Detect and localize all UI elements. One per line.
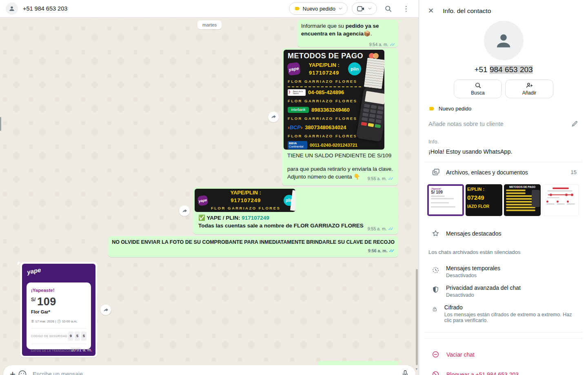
- encryption-row[interactable]: Cifrado Los mensajes están cifrados de e…: [419, 298, 588, 323]
- chat-header-actions: Nuevo pedido ⋮: [289, 2, 413, 15]
- message-time: 9:55 a. m.: [368, 175, 387, 183]
- block-contact-label: Bloquear a +51 984 653 203: [446, 371, 519, 375]
- yape-receipt-image[interactable]: yape ¡Yapeaste! S/ 109 Flor Gar* 🗓 17 ma…: [22, 264, 95, 356]
- order-label-row[interactable]: Nuevo pedido: [419, 98, 588, 112]
- bank-account-number: 0011-0240-0201243721: [310, 141, 357, 149]
- check-emoji: ✅: [198, 215, 205, 221]
- message-text: Informarle que su: [301, 23, 346, 29]
- label-tag-icon: [294, 6, 300, 11]
- payment-methods-image[interactable]: METODOS DE PAGO yape YAPE/PLIN : 9171072…: [284, 50, 384, 150]
- media-files-label: Archivos, enlaces y documentos: [446, 169, 528, 176]
- bank-account-number: 8983363249460: [311, 106, 350, 114]
- yape-plin-label: YAPE/PLIN :: [302, 61, 346, 69]
- add-contact-button[interactable]: Añadir: [505, 79, 553, 98]
- outgoing-image-message[interactable]: METODOS DE PAGO yape YAPE/PLIN : 9171072…: [282, 48, 398, 185]
- media-thumbnail-document[interactable]: [542, 184, 579, 216]
- yape-plin-number: 917107249: [211, 196, 280, 204]
- contact-actions: Busca Añadir: [419, 79, 588, 98]
- plin-app-icon: plin: [348, 62, 361, 75]
- phone-link[interactable]: 917107249: [242, 215, 269, 221]
- message-composer: +: [3, 365, 415, 375]
- contact-avatar-large[interactable]: [484, 21, 524, 60]
- yape-logo: yape: [27, 266, 42, 276]
- mic-icon[interactable]: [402, 370, 409, 375]
- clear-chat-label: Vaciar chat: [446, 351, 475, 358]
- kebab-icon: ⋮: [403, 4, 410, 13]
- contact-avatar-small[interactable]: [6, 2, 18, 15]
- media-files-count: 15: [571, 169, 577, 175]
- chevron-down-icon: [338, 7, 342, 11]
- media-thumbnail-receipt[interactable]: ¡Yapeaste! S/ 109: [427, 184, 464, 216]
- image-caption: TIENE UN SALDO PENDIENTE DE S/109 para q…: [284, 150, 397, 184]
- starred-messages-row[interactable]: Mensajes destacados: [419, 216, 588, 237]
- bank-account-number: 04-085-424896: [308, 88, 344, 96]
- outgoing-message[interactable]: NO OLVIDE ENVIAR LA FOTO DE SU COMPROBAN…: [108, 236, 398, 257]
- media-files-icon: [432, 168, 440, 176]
- banco-nacion-logo: 》Banco de la Nación: [288, 89, 306, 96]
- setting-status: Desactivados: [446, 273, 500, 278]
- forward-button[interactable]: [179, 205, 190, 216]
- block-contact-button[interactable]: Bloquear a +51 984 653 203: [419, 358, 588, 375]
- outgoing-message[interactable]: Informarle que su pedido ya se encuentra…: [297, 20, 398, 47]
- button-label: Busca: [471, 90, 484, 96]
- contact-about: Info. ¡Hola! Estoy usando WhatsApp.: [419, 127, 588, 155]
- chat-header: +51 984 653 203 Nuevo pedido ⋮: [0, 0, 419, 17]
- attach-plus-icon[interactable]: +: [10, 369, 16, 375]
- media-files-row[interactable]: Archivos, enlaces y documentos 15: [419, 162, 588, 176]
- yape-plin-number: 917107249: [302, 69, 346, 77]
- yape-plin-label: YAPE/PLIN :: [211, 189, 280, 196]
- star-icon: [432, 229, 439, 237]
- clear-chat-button[interactable]: Vaciar chat: [419, 339, 588, 358]
- receipt-paper-graphic: [290, 190, 295, 211]
- yape-app-icon: yape: [287, 62, 301, 76]
- search-icon: [475, 82, 481, 89]
- message-time: 9:55 a. m.: [368, 225, 387, 233]
- label-chip-text: Nuevo pedido: [439, 106, 471, 112]
- receipt-amount: 109: [37, 296, 56, 308]
- nuevo-pedido-button[interactable]: Nuevo pedido: [289, 2, 348, 15]
- message-input[interactable]: [33, 371, 399, 375]
- customer-notes-row[interactable]: Añade notas sobre tu cliente: [419, 112, 588, 127]
- message-row: NO OLVIDE ENVIAR LA FOTO DE SU COMPROBAN…: [20, 236, 398, 257]
- archived-note: Los chats archivados están silenciados: [419, 237, 588, 255]
- outgoing-image-message[interactable]: yape YAPE/PLIN : 917107249 FLOR GARRIAZO…: [193, 187, 398, 234]
- emoji-icon[interactable]: [18, 370, 27, 375]
- setting-title: Cifrado: [444, 304, 578, 311]
- person-icon: [8, 5, 16, 12]
- forward-button[interactable]: [268, 112, 279, 122]
- caption-text-bold: YAPE / PLIN:: [205, 215, 242, 221]
- search-in-chat-button[interactable]: Busca: [454, 79, 502, 98]
- scroll-down-arrow-icon[interactable]: ▾: [415, 367, 417, 371]
- media-thumbnail-plin[interactable]: E/PLIN : 07249 IAZO FLOR: [466, 184, 502, 216]
- bbva-logo: BBVAContinental: [288, 141, 307, 149]
- contact-phone[interactable]: +51 984 653 203: [419, 65, 588, 74]
- receipt-currency: S/: [31, 297, 36, 302]
- minus-circle-icon: [432, 351, 439, 358]
- panel-drag-handle[interactable]: [0, 117, 1, 131]
- chat-contact-name[interactable]: +51 984 653 203: [23, 5, 67, 12]
- image-caption: ✅ YAPE / PLIN: 917107249 Todas las cuent…: [195, 212, 397, 233]
- forward-button[interactable]: [100, 304, 111, 315]
- setting-status: Los mensajes están cifrados de extremo a…: [444, 312, 578, 323]
- pencil-icon[interactable]: [571, 120, 578, 127]
- yape-app-icon: yape: [197, 195, 208, 206]
- video-camera-icon: [357, 6, 365, 12]
- search-button[interactable]: [381, 2, 395, 15]
- close-icon[interactable]: ✕: [428, 7, 434, 15]
- message-row: yape ¡Yapeaste! S/ 109 Flor Gar* 🗓 17 ma…: [20, 262, 398, 357]
- yape-plin-crop-image[interactable]: yape YAPE/PLIN : 917107249 FLOR GARRIAZO…: [195, 189, 295, 212]
- incoming-image-message[interactable]: yape ¡Yapeaste! S/ 109 Flor Gar* 🗓 17 ma…: [20, 262, 97, 357]
- forward-icon: [271, 114, 277, 120]
- menu-button[interactable]: ⋮: [399, 2, 413, 15]
- media-thumbnail-metodos[interactable]: METODOS DE PAGO: [504, 184, 541, 216]
- advanced-privacy-row[interactable]: Privacidad avanzada del chat Desactivado: [419, 278, 588, 298]
- caption-text-bold: Todas las cuentas sale a nombre de FLOR …: [198, 223, 364, 229]
- video-call-button[interactable]: [352, 2, 377, 15]
- media-thumbnails: ¡Yapeaste! S/ 109 E/PLIN : 07249 IAZO FL…: [419, 176, 588, 216]
- chat-scrollbar[interactable]: [416, 269, 418, 365]
- button-label: Añadir: [522, 90, 537, 96]
- security-code-label: CÓDIGO DE SEGURIDAD: [31, 332, 67, 340]
- receipt-recipient: Flor Gar*: [31, 308, 87, 316]
- disappearing-messages-row[interactable]: Mensajes temporales Desactivados: [419, 255, 588, 278]
- message-list[interactable]: martes Informarle que su pedido ya se en…: [0, 17, 419, 375]
